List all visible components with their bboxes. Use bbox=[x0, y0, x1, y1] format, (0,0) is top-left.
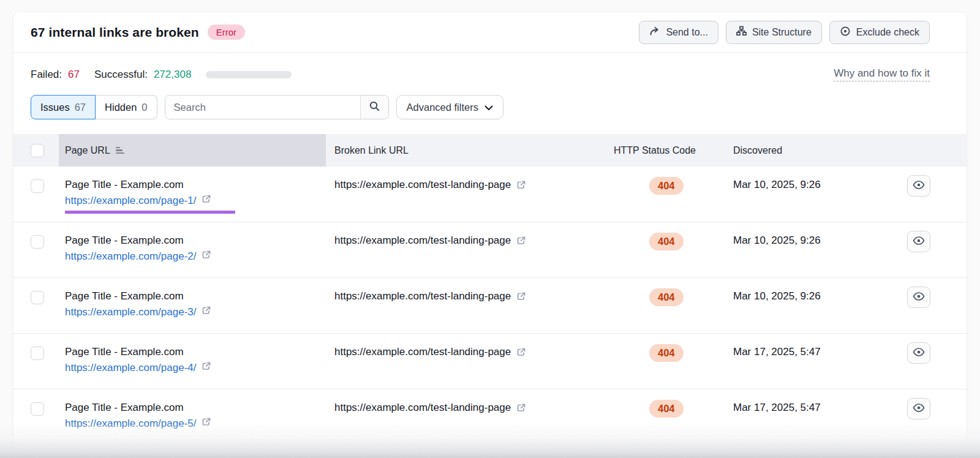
tab-issues-count: 67 bbox=[75, 102, 86, 113]
successful-value: 272,308 bbox=[154, 69, 191, 81]
issues-hidden-tabs: Issues 67 Hidden 0 bbox=[31, 95, 157, 119]
page-url-link[interactable]: https://example.com/page-4/ bbox=[65, 360, 197, 376]
external-link-icon[interactable] bbox=[516, 344, 526, 362]
page-url-link[interactable]: https://example.com/page-1/ bbox=[65, 193, 197, 209]
external-link-icon bbox=[202, 193, 211, 209]
page-title-text: Page Title - Example.com bbox=[65, 288, 326, 304]
failed-value: 67 bbox=[68, 69, 80, 81]
broken-url-text: https://example.com/test-landing-page bbox=[334, 233, 511, 249]
status-badge: 404 bbox=[649, 288, 684, 306]
sort-icon bbox=[116, 147, 124, 154]
external-link-icon bbox=[202, 249, 211, 265]
select-all-checkbox[interactable] bbox=[31, 144, 44, 157]
filter-row: Issues 67 Hidden 0 Advanced filters bbox=[13, 81, 967, 119]
page-title: 67 internal links are broken bbox=[31, 25, 199, 40]
send-to-button[interactable]: Send to... bbox=[639, 21, 718, 44]
exclude-check-button[interactable]: Exclude check bbox=[829, 21, 930, 44]
table-row: Page Title - Example.com https://example… bbox=[13, 222, 967, 278]
discovered-date: Mar 10, 2025, 9:26 bbox=[720, 167, 891, 222]
successful-label: Successful: bbox=[94, 69, 148, 81]
status-badge: 404 bbox=[649, 344, 684, 362]
why-how-to-fix-link[interactable]: Why and how to fix it bbox=[834, 67, 930, 81]
row-checkbox[interactable] bbox=[31, 291, 44, 304]
failed-label: Failed: bbox=[31, 69, 62, 81]
tab-issues[interactable]: Issues 67 bbox=[31, 95, 96, 119]
eye-icon bbox=[913, 291, 925, 303]
broken-url-text: https://example.com/test-landing-page bbox=[334, 177, 511, 193]
search-icon bbox=[369, 100, 380, 114]
search-input[interactable] bbox=[165, 96, 360, 119]
broken-url-text: https://example.com/test-landing-page bbox=[334, 400, 511, 416]
discovered-date: Mar 17, 2025, 5:47 bbox=[720, 389, 891, 445]
external-link-icon[interactable] bbox=[516, 177, 526, 195]
issue-report-card: 67 internal links are broken Error Send … bbox=[13, 12, 967, 458]
eye-icon bbox=[913, 403, 925, 415]
tab-hidden[interactable]: Hidden 0 bbox=[96, 95, 157, 119]
eye-icon bbox=[913, 180, 925, 192]
external-link-icon[interactable] bbox=[516, 400, 526, 418]
send-arrow-icon bbox=[649, 26, 660, 39]
eye-icon bbox=[840, 26, 851, 39]
status-badge: 404 bbox=[649, 400, 684, 418]
broken-url-text: https://example.com/test-landing-page bbox=[334, 288, 511, 304]
status-badge: 404 bbox=[649, 233, 684, 250]
hide-issue-button[interactable] bbox=[907, 287, 930, 308]
column-header-http-status: HTTP Status Code bbox=[600, 134, 720, 167]
row-checkbox[interactable] bbox=[31, 402, 44, 416]
page-url-link[interactable]: https://example.com/page-3/ bbox=[65, 304, 197, 320]
tab-issues-label: Issues bbox=[40, 102, 70, 113]
advanced-filters-label: Advanced filters bbox=[407, 102, 478, 113]
eye-icon bbox=[913, 347, 925, 359]
discovered-date: Mar 10, 2025, 9:26 bbox=[720, 222, 891, 277]
column-header-page-url[interactable]: Page URL bbox=[59, 134, 326, 167]
site-structure-button[interactable]: Site Structure bbox=[726, 21, 822, 44]
hide-issue-button[interactable] bbox=[907, 342, 930, 364]
success-progress-bar bbox=[206, 71, 292, 78]
status-badge: 404 bbox=[649, 177, 684, 195]
table-header-row: Page URL Broken Link URL HTTP Status Cod… bbox=[13, 134, 967, 167]
broken-url-text: https://example.com/test-landing-page bbox=[334, 344, 511, 360]
error-badge: Error bbox=[208, 24, 245, 40]
advanced-filters-button[interactable]: Advanced filters bbox=[396, 95, 503, 119]
discovered-date: Mar 10, 2025, 9:26 bbox=[720, 278, 891, 333]
send-to-label: Send to... bbox=[666, 27, 708, 38]
page-title-text: Page Title - Example.com bbox=[65, 233, 326, 249]
site-structure-label: Site Structure bbox=[752, 27, 812, 38]
hide-issue-button[interactable] bbox=[907, 231, 930, 252]
row-checkbox[interactable] bbox=[31, 235, 44, 249]
external-link-icon bbox=[202, 304, 211, 320]
page-title-text: Page Title - Example.com bbox=[65, 344, 326, 360]
table-row: Page Title - Example.com https://example… bbox=[13, 167, 967, 222]
eye-icon bbox=[913, 236, 925, 247]
hide-issue-button[interactable] bbox=[907, 175, 930, 197]
search-box bbox=[165, 95, 389, 119]
hide-issue-button[interactable] bbox=[907, 398, 930, 419]
table-row: Page Title - Example.com https://example… bbox=[13, 278, 967, 334]
column-header-broken-link-url: Broken Link URL bbox=[326, 134, 600, 167]
card-header: 67 internal links are broken Error Send … bbox=[13, 12, 967, 53]
tab-hidden-count: 0 bbox=[141, 102, 147, 113]
broken-links-table: Page URL Broken Link URL HTTP Status Cod… bbox=[13, 134, 967, 445]
page-url-link[interactable]: https://example.com/page-2/ bbox=[65, 249, 197, 265]
page-title-text: Page Title - Example.com bbox=[65, 400, 326, 416]
exclude-check-label: Exclude check bbox=[856, 27, 919, 38]
page-url-link[interactable]: https://example.com/page-5/ bbox=[65, 416, 197, 432]
external-link-icon bbox=[202, 416, 211, 432]
table-row: Page Title - Example.com https://example… bbox=[13, 389, 967, 445]
external-link-icon bbox=[202, 360, 211, 376]
tab-hidden-label: Hidden bbox=[105, 102, 137, 113]
page-title-text: Page Title - Example.com bbox=[65, 177, 326, 193]
stats-row: Failed: 67 Successful: 272,308 Why and h… bbox=[13, 53, 967, 81]
external-link-icon[interactable] bbox=[516, 233, 526, 250]
search-button[interactable] bbox=[360, 96, 388, 119]
column-header-discovered: Discovered bbox=[720, 134, 891, 167]
highlight-underline bbox=[65, 211, 235, 214]
row-checkbox[interactable] bbox=[31, 347, 44, 360]
chevron-down-icon bbox=[484, 102, 493, 113]
external-link-icon[interactable] bbox=[516, 288, 526, 306]
sitemap-icon bbox=[736, 26, 747, 39]
row-checkbox[interactable] bbox=[31, 179, 44, 193]
discovered-date: Mar 17, 2025, 5:47 bbox=[720, 334, 891, 389]
table-row: Page Title - Example.com https://example… bbox=[13, 334, 967, 389]
